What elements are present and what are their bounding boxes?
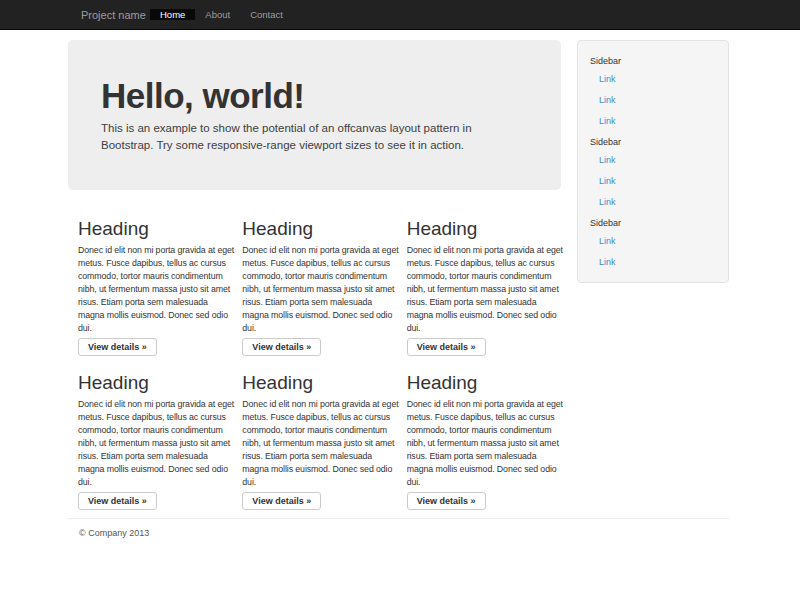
view-details-button[interactable]: View details » bbox=[242, 338, 321, 356]
sidebar-group: Sidebar Link Link bbox=[590, 215, 716, 273]
jumbotron-description: This is an example to show the potential… bbox=[101, 120, 503, 154]
sidebar-link[interactable]: Link bbox=[590, 231, 716, 252]
card-heading: Heading bbox=[407, 372, 561, 393]
sidebar-link[interactable]: Link bbox=[590, 171, 716, 192]
navbar: Project name Home About Contact bbox=[0, 0, 800, 30]
nav-item-home[interactable]: Home bbox=[150, 9, 195, 20]
sidebar-group: Sidebar Link Link Link bbox=[590, 53, 716, 132]
sidebar-link[interactable]: Link bbox=[590, 192, 716, 213]
jumbotron: Hello, world! This is an example to show… bbox=[68, 40, 561, 190]
view-details-button[interactable]: View details » bbox=[78, 492, 157, 510]
card-heading: Heading bbox=[78, 218, 232, 239]
navbar-menu: Home About Contact bbox=[150, 0, 293, 30]
view-details-button[interactable]: View details » bbox=[407, 338, 486, 356]
nav-item-contact[interactable]: Contact bbox=[240, 9, 293, 20]
view-details-button[interactable]: View details » bbox=[407, 492, 486, 510]
footer-copyright: © Company 2013 bbox=[79, 527, 149, 540]
card-body: Donec id elit non mi porta gravida at eg… bbox=[78, 244, 236, 335]
sidebar-link[interactable]: Link bbox=[590, 69, 716, 90]
view-details-button[interactable]: View details » bbox=[78, 338, 157, 356]
nav-item-about[interactable]: About bbox=[195, 9, 240, 20]
brand-link[interactable]: Project name bbox=[81, 0, 146, 30]
card-body: Donec id elit non mi porta gravida at eg… bbox=[407, 398, 565, 489]
footer-divider bbox=[68, 518, 729, 519]
card-body: Donec id elit non mi porta gravida at eg… bbox=[407, 244, 565, 335]
sidebar-group: Sidebar Link Link Link bbox=[590, 134, 716, 213]
sidebar: Sidebar Link Link Link Sidebar Link Link… bbox=[577, 40, 729, 283]
feature-card: Heading Donec id elit non mi porta gravi… bbox=[232, 372, 396, 510]
content-row-1: Heading Donec id elit non mi porta gravi… bbox=[68, 218, 561, 356]
sidebar-link[interactable]: Link bbox=[590, 111, 716, 132]
card-body: Donec id elit non mi porta gravida at eg… bbox=[242, 398, 400, 489]
page-title: Hello, world! bbox=[101, 78, 528, 114]
sidebar-link[interactable]: Link bbox=[590, 90, 716, 111]
feature-card: Heading Donec id elit non mi porta gravi… bbox=[397, 372, 561, 510]
card-heading: Heading bbox=[78, 372, 232, 393]
card-heading: Heading bbox=[242, 218, 396, 239]
sidebar-link[interactable]: Link bbox=[590, 150, 716, 171]
card-body: Donec id elit non mi porta gravida at eg… bbox=[242, 244, 400, 335]
content-row-2: Heading Donec id elit non mi porta gravi… bbox=[68, 372, 561, 510]
sidebar-link[interactable]: Link bbox=[590, 252, 716, 273]
feature-card: Heading Donec id elit non mi porta gravi… bbox=[397, 218, 561, 356]
card-body: Donec id elit non mi porta gravida at eg… bbox=[78, 398, 236, 489]
card-heading: Heading bbox=[407, 218, 561, 239]
sidebar-heading: Sidebar bbox=[590, 134, 716, 150]
card-heading: Heading bbox=[242, 372, 396, 393]
sidebar-heading: Sidebar bbox=[590, 53, 716, 69]
feature-card: Heading Donec id elit non mi porta gravi… bbox=[68, 218, 232, 356]
feature-card: Heading Donec id elit non mi porta gravi… bbox=[68, 372, 232, 510]
sidebar-heading: Sidebar bbox=[590, 215, 716, 231]
feature-card: Heading Donec id elit non mi porta gravi… bbox=[232, 218, 396, 356]
view-details-button[interactable]: View details » bbox=[242, 492, 321, 510]
